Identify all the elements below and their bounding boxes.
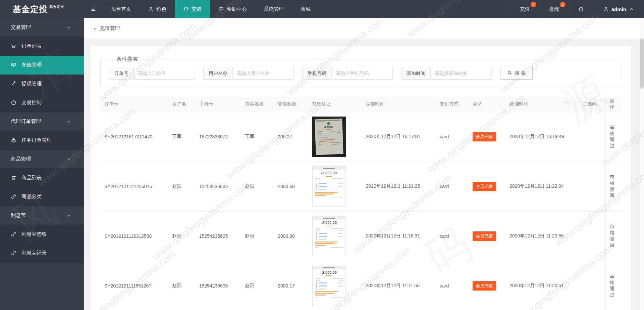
app-logo[interactable]: 基金定投基金定投 bbox=[0, 0, 84, 18]
sidebar-item-3[interactable]: 充值管理 bbox=[0, 56, 84, 75]
add_time-value: 2020年12月12日 11:11:55 bbox=[366, 283, 420, 288]
cell-username: 赵阳 bbox=[168, 162, 195, 211]
scrollbar-thumb[interactable] bbox=[640, 38, 644, 89]
nav-item-label: 后台首页 bbox=[111, 6, 131, 12]
nav-recharge-button[interactable]: 充值 0 bbox=[510, 0, 539, 18]
nav-item-1[interactable]: 后台首页 bbox=[103, 0, 140, 18]
search-button[interactable]: 搜 索 bbox=[500, 67, 533, 80]
username-value: 赵阳 bbox=[172, 233, 181, 238]
sidebar-item-11[interactable]: 利息宝 bbox=[0, 206, 84, 225]
app-logo-text: 基金定投 bbox=[13, 4, 48, 15]
nav-withdraw-label: 提现 bbox=[549, 6, 559, 12]
cell-process_time: 2020年12月12日 16:19:49 bbox=[505, 112, 578, 162]
review-action[interactable]: 审核通过 bbox=[610, 125, 614, 148]
sidebar-item-label: 订单列表 bbox=[21, 43, 42, 49]
sidebar-item-label: 利息宝选项 bbox=[21, 231, 47, 237]
review-action[interactable]: 审核驳回 bbox=[610, 174, 614, 198]
nav-item-4[interactable]: 帮助中心 bbox=[210, 0, 255, 18]
nav-item-3[interactable]: 交易 bbox=[175, 0, 210, 18]
refresh-icon bbox=[578, 6, 584, 12]
refresh-button[interactable] bbox=[569, 0, 593, 18]
sidebar-item-5[interactable]: 交易控制 bbox=[0, 93, 84, 112]
type-badge: 会员充值 bbox=[473, 132, 496, 141]
cell-phone: 15254235605 bbox=[195, 211, 241, 261]
type-badge: 会员充值 bbox=[473, 182, 496, 191]
search-group-username: 用户名称 bbox=[203, 67, 294, 80]
realname-value: 赵阳 bbox=[245, 283, 254, 288]
sidebar-item-label: 商品管理 bbox=[11, 156, 31, 162]
nav-withdraw-button[interactable]: 提现 1 bbox=[539, 0, 569, 18]
recharge-count-badge: 0 bbox=[531, 2, 536, 7]
realname-value: 王军 bbox=[245, 134, 254, 139]
sidebar-item-label: 商品列表 bbox=[21, 175, 42, 181]
nav-item-2[interactable]: 角色 bbox=[140, 0, 175, 18]
username-value: 赵阳 bbox=[172, 283, 181, 288]
sidebar-item-1[interactable]: 交易管理 bbox=[0, 18, 84, 37]
type-badge: 会员充值 bbox=[473, 231, 496, 241]
type-badge: 会员充值 bbox=[473, 281, 496, 291]
sidebar-item-10[interactable]: 商品分类 bbox=[0, 187, 84, 206]
sidebar-item-4[interactable]: 提现管理 bbox=[0, 75, 84, 93]
sidebar-item-6[interactable]: 代理订单管理 bbox=[0, 112, 84, 131]
order-no-input[interactable] bbox=[133, 67, 195, 80]
username-input[interactable] bbox=[232, 67, 294, 80]
cell-voucher: -2,000.00 bbox=[308, 261, 362, 310]
search-icon bbox=[507, 70, 512, 76]
add_time-value: 2020年12月12日 16:17:01 bbox=[366, 134, 421, 139]
column-header-username: 用户名 bbox=[168, 97, 195, 112]
sidebar-item-8[interactable]: 商品管理 bbox=[0, 150, 84, 169]
cell-add_time: 2020年12月12日 16:17:01 bbox=[362, 112, 436, 162]
phone-value: 18722333072 bbox=[199, 134, 228, 139]
nav-item-label: 角色 bbox=[156, 6, 166, 12]
phone-input[interactable] bbox=[331, 67, 393, 80]
sidebar-item-13[interactable]: 利息宝记录 bbox=[0, 244, 84, 263]
column-header-pay_method: 支付方式 bbox=[436, 97, 469, 112]
sidebar-item-7[interactable]: 任务订单管理 bbox=[0, 131, 84, 150]
search-group-phone: 手机号码 bbox=[302, 67, 393, 80]
review-action[interactable]: 审核通过 bbox=[610, 274, 614, 297]
search-field-label: 手机号码 bbox=[302, 67, 331, 80]
add-time-input[interactable] bbox=[430, 67, 492, 80]
review-action[interactable]: 审核驳回 bbox=[610, 224, 614, 248]
top-navbar: 基金定投基金定投 后台首页角色交易帮助中心系统管理商城 充值 0 提现 1 ad… bbox=[0, 0, 644, 18]
search-field-label: 订单号 bbox=[109, 67, 133, 80]
nav-item-6[interactable]: 商城 bbox=[292, 0, 319, 18]
pay_method-value: card bbox=[440, 283, 449, 289]
cell-phone: 15254235605 bbox=[195, 162, 241, 211]
board-icon bbox=[11, 62, 17, 68]
payment-voucher-image[interactable]: -2,000.00 bbox=[312, 266, 346, 306]
link-icon bbox=[11, 194, 17, 200]
vertical-scrollbar[interactable] bbox=[640, 18, 644, 310]
hamburger-icon bbox=[91, 6, 96, 12]
pay_method-value: card bbox=[440, 233, 449, 239]
nav-item-5[interactable]: 系统管理 bbox=[255, 0, 292, 18]
payment-voucher-image[interactable]: -2,000.00 bbox=[312, 166, 346, 207]
process_time-value: 2020年12月12日 16:19:49 bbox=[509, 134, 564, 139]
payment-voucher-image[interactable]: -200.00 bbox=[312, 117, 346, 157]
sidebar-item-label: 任务订单管理 bbox=[21, 137, 52, 143]
sidebar-item-12[interactable]: 利息宝选项 bbox=[0, 225, 84, 244]
pay_method-value: card bbox=[440, 184, 449, 189]
chevron-down-icon bbox=[66, 25, 73, 30]
search-legend: 条件搜索 bbox=[113, 56, 141, 63]
recharge-table: 订单号用户名手机号真实姓名交易数额打款凭证添加时间支付方式类型处理时间二维码操作… bbox=[100, 97, 621, 310]
content-card: 条件搜索 订单号用户名称手机号码添加时间搜 索 订单号用户名手机号真实姓名交易数… bbox=[90, 46, 631, 310]
cart-icon bbox=[11, 175, 17, 181]
cell-realname: 王军 bbox=[241, 112, 274, 162]
cell-amount: 2000.90 bbox=[274, 211, 308, 261]
cell-voucher: -2,000.00 bbox=[308, 162, 362, 211]
user-menu[interactable]: admin bbox=[593, 0, 644, 18]
cell-type: 会员充值 bbox=[469, 162, 505, 211]
cell-voucher: -2,000.00 bbox=[308, 211, 362, 261]
sidebar-item-2[interactable]: 订单列表 bbox=[0, 37, 84, 56]
main-menu: 后台首页角色交易帮助中心系统管理商城 bbox=[103, 0, 319, 18]
sidebar-item-9[interactable]: 商品列表 bbox=[0, 169, 84, 187]
layers-icon bbox=[11, 137, 17, 143]
page-title: 充值管理 bbox=[100, 25, 120, 32]
nav-recharge-label: 充值 bbox=[520, 6, 530, 12]
sidebar-collapse-button[interactable] bbox=[84, 0, 103, 18]
cell-amount: 2000.17 bbox=[274, 261, 308, 310]
payment-voucher-image[interactable]: -2,000.00 bbox=[312, 216, 346, 256]
cell-add_time: 2020年12月12日 11:11:55 bbox=[362, 261, 436, 310]
sidebar-item-label: 代理订单管理 bbox=[11, 118, 41, 125]
